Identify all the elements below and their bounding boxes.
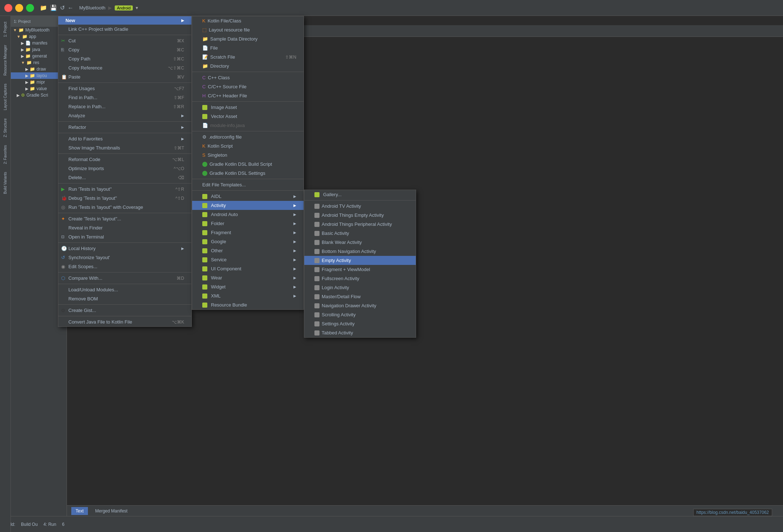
back-icon[interactable]: ← bbox=[68, 5, 73, 11]
merged-manifest-tab[interactable]: Merged Manifest bbox=[91, 507, 132, 515]
menu2-item-wear[interactable]: Wear bbox=[192, 273, 304, 282]
menu-item-copy-path[interactable]: Copy Path ⇧⌘C bbox=[58, 54, 191, 63]
menu-item-remove-bom[interactable]: Remove BOM bbox=[58, 294, 191, 303]
menu-item-synchronize[interactable]: ↺ Synchronize 'layout' bbox=[58, 253, 191, 262]
menu2-item-kotlin-script[interactable]: K Kotlin Script bbox=[192, 142, 304, 151]
menu2-item-image-asset[interactable]: Image Asset bbox=[192, 103, 304, 112]
menu2-item-edit-templates[interactable]: Edit File Templates... bbox=[192, 180, 304, 189]
menu-item-reveal-finder[interactable]: Reveal in Finder bbox=[58, 223, 191, 232]
menu-item-create-tests[interactable]: ✦ Create 'Tests in 'layout''... bbox=[58, 214, 191, 223]
menu2-item-aidl[interactable]: AIDL bbox=[192, 192, 304, 201]
menu-item-edit-scopes[interactable]: ◉ Edit Scopes... bbox=[58, 262, 191, 271]
menu-item-run-tests[interactable]: ▶ Run 'Tests in 'layout'' ^⇧R bbox=[58, 185, 191, 194]
menu-item-find-in-path[interactable]: Find in Path... ⇧⌘F bbox=[58, 93, 191, 102]
sidebar-item-layout-captures[interactable]: Layout Captures bbox=[2, 81, 9, 113]
menu2-item-directory[interactable]: 📁 Directory bbox=[192, 62, 304, 71]
menu-item-refactor[interactable]: Refactor bbox=[58, 123, 191, 132]
sidebar-item-resource-manager[interactable]: Resource Manager bbox=[2, 42, 9, 79]
save-icon[interactable]: 💾 bbox=[50, 4, 57, 11]
menu2-item-cpp-source[interactable]: C C/C++ Source File bbox=[192, 82, 304, 91]
menu3-item-tabbed[interactable]: Tabbed Activity bbox=[304, 328, 416, 337]
menu2-item-activity[interactable]: Activity bbox=[192, 201, 304, 210]
project-name: MyBluetooth bbox=[79, 5, 105, 10]
menu-item-delete[interactable]: Delete... ⌫ bbox=[58, 173, 191, 182]
menu2-sep5 bbox=[192, 190, 304, 191]
menu3-item-settings[interactable]: Settings Activity bbox=[304, 319, 416, 328]
text-tab[interactable]: Text bbox=[71, 507, 88, 515]
menu2-item-resource-bundle[interactable]: Resource Bundle bbox=[192, 300, 304, 309]
menu3-item-tv-activity[interactable]: Android TV Activity bbox=[304, 202, 416, 211]
menu3-item-blank-wear[interactable]: Blank Wear Activity bbox=[304, 238, 416, 247]
menu-item-copy[interactable]: ⎘ Copy ⌘C bbox=[58, 45, 191, 54]
menu3-item-bottom-nav[interactable]: Bottom Navigation Activity bbox=[304, 247, 416, 256]
menu2-item-gradle-settings[interactable]: Gradle Kotlin DSL Settings bbox=[192, 169, 304, 178]
menu-item-local-history[interactable]: 🕐 Local History bbox=[58, 244, 191, 253]
menu3-item-fragment-viewmodel[interactable]: Fragment + ViewModel bbox=[304, 265, 416, 274]
menu-item-compare-with[interactable]: ⬡ Compare With... ⌘D bbox=[58, 274, 191, 283]
menu3-item-gallery[interactable]: Gallery... bbox=[304, 190, 416, 199]
menu2-item-service[interactable]: Service bbox=[192, 255, 304, 264]
build-output-label[interactable]: Build Ou bbox=[21, 522, 38, 527]
menu2-item-cpp-header[interactable]: H C/C++ Header File bbox=[192, 91, 304, 100]
cpp-source-icon: C bbox=[202, 84, 206, 89]
sidebar-item-build-variants[interactable]: Build Variants bbox=[2, 169, 9, 197]
menu3-item-fullscreen[interactable]: Fullscreen Activity bbox=[304, 274, 416, 283]
menu3-item-master-detail[interactable]: Master/Detail Flow bbox=[304, 292, 416, 301]
menu-item-replace-in-path[interactable]: Replace in Path... ⇧⌘R bbox=[58, 102, 191, 111]
other-icon bbox=[202, 248, 207, 253]
menu3-item-things-peripheral[interactable]: Android Things Peripheral Activity bbox=[304, 220, 416, 229]
refresh-icon[interactable]: ↺ bbox=[60, 4, 65, 11]
menu2-item-android-auto[interactable]: Android Auto bbox=[192, 210, 304, 219]
menu2-item-editorconfig[interactable]: ⚙ .editorconfig file bbox=[192, 132, 304, 142]
menu-item-run-coverage[interactable]: ◎ Run 'Tests in 'layout'' with Coverage bbox=[58, 203, 191, 212]
menu2-item-vector-asset[interactable]: Vector Asset bbox=[192, 112, 304, 121]
run-tab[interactable]: 4: Run bbox=[43, 522, 56, 527]
menu2-item-folder[interactable]: Folder bbox=[192, 219, 304, 228]
menu2-item-widget[interactable]: Widget bbox=[192, 282, 304, 291]
menu-item-add-favorites[interactable]: Add to Favorites bbox=[58, 134, 191, 143]
menu-item-create-gist[interactable]: ⊙ Create Gist... bbox=[58, 306, 191, 315]
menu2-item-kotlin[interactable]: K Kotlin File/Class bbox=[192, 16, 304, 25]
menu3-item-things-empty[interactable]: Android Things Empty Activity bbox=[304, 211, 416, 220]
menu2-item-cpp-class[interactable]: C C++ Class bbox=[192, 73, 304, 82]
minimize-button[interactable] bbox=[15, 4, 23, 12]
create-icon: ✦ bbox=[61, 216, 65, 221]
menu2-item-file[interactable]: 📄 File bbox=[192, 43, 304, 52]
close-button[interactable] bbox=[4, 4, 12, 12]
menu-item-show-thumbnails[interactable]: Show Image Thumbnails ⇧⌘T bbox=[58, 143, 191, 152]
menu-item-paste[interactable]: 📋 Paste ⌘V bbox=[58, 72, 191, 81]
menu-item-debug-tests[interactable]: 🐞 Debug 'Tests in 'layout'' ^⇧D bbox=[58, 194, 191, 203]
sidebar-item-project[interactable]: 1: Project bbox=[2, 19, 9, 40]
menu3-item-basic-activity[interactable]: Basic Activity bbox=[304, 229, 416, 238]
menu2-item-sample-data[interactable]: 📁 Sample Data Directory bbox=[192, 34, 304, 43]
menu-item-copy-reference[interactable]: Copy Reference ⌥⇧⌘C bbox=[58, 63, 191, 72]
menu2-item-other[interactable]: Other bbox=[192, 246, 304, 255]
menu2-item-singleton[interactable]: S Singleton bbox=[192, 151, 304, 160]
menu-item-open-terminal[interactable]: ⊡ Open in Terminal bbox=[58, 232, 191, 241]
menu-item-convert-java[interactable]: Convert Java File to Kotlin File ⌥⌘K bbox=[58, 317, 191, 326]
separator7 bbox=[58, 213, 191, 213]
menu2-item-gradle-build[interactable]: Gradle Kotlin DSL Build Script bbox=[192, 160, 304, 169]
menu3-item-empty-activity[interactable]: Empty Activity bbox=[304, 256, 416, 265]
sidebar-item-favorites[interactable]: 2: Favorites bbox=[2, 142, 9, 167]
menu-item-reformat[interactable]: Reformat Code ⌥⌘L bbox=[58, 155, 191, 164]
sidebar-item-structure[interactable]: Z: Structure bbox=[2, 115, 9, 140]
menu-item-find-usages[interactable]: Find Usages ⌥F7 bbox=[58, 84, 191, 93]
menu3-item-scrolling[interactable]: Scrolling Activity bbox=[304, 310, 416, 319]
menu2-item-scratch[interactable]: 📝 Scratch File ⇧⌘N bbox=[192, 52, 304, 62]
open-folder-icon[interactable]: 📁 bbox=[40, 4, 47, 11]
menu-item-link-cpp[interactable]: Link C++ Project with Gradle bbox=[58, 25, 191, 34]
maximize-button[interactable] bbox=[26, 4, 34, 12]
menu2-item-xml[interactable]: XML bbox=[192, 291, 304, 300]
menu2-item-fragment[interactable]: Fragment bbox=[192, 228, 304, 237]
menu2-item-google[interactable]: Google bbox=[192, 237, 304, 246]
menu-item-load-unload[interactable]: Load/Unload Modules... bbox=[58, 285, 191, 294]
menu-item-cut[interactable]: ✂ Cut ⌘X bbox=[58, 36, 191, 45]
menu2-item-ui-component[interactable]: UI Component bbox=[192, 264, 304, 273]
menu-item-optimize-imports[interactable]: Optimize Imports ^⌥O bbox=[58, 164, 191, 173]
menu2-item-layout[interactable]: ⬚ Layout resource file bbox=[192, 25, 304, 34]
menu3-item-nav-drawer[interactable]: Navigation Drawer Activity bbox=[304, 301, 416, 310]
menu3-item-login[interactable]: Login Activity bbox=[304, 283, 416, 292]
menu-item-analyze[interactable]: Analyze bbox=[58, 111, 191, 120]
log-tab[interactable]: 6 bbox=[62, 522, 64, 527]
